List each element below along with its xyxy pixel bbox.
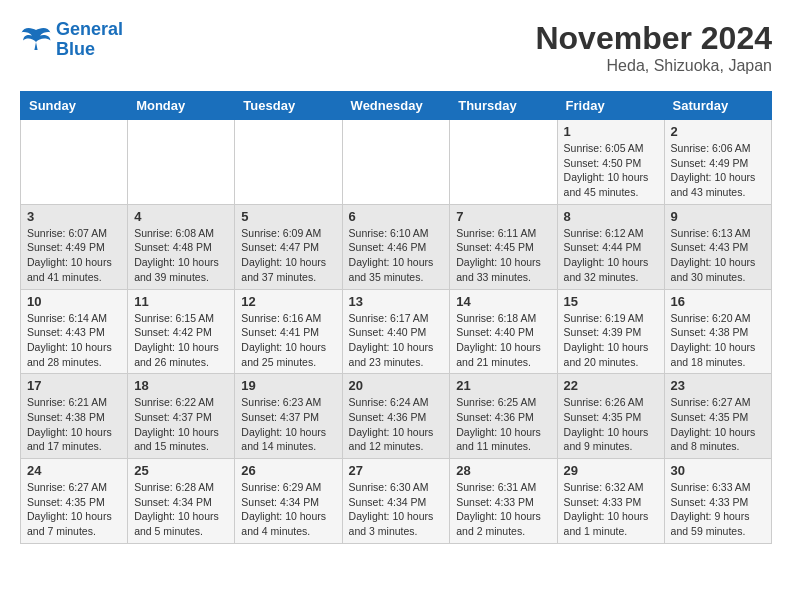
logo-line1: General bbox=[56, 20, 123, 40]
calendar-cell: 18Sunrise: 6:22 AM Sunset: 4:37 PM Dayli… bbox=[128, 374, 235, 459]
calendar-cell: 6Sunrise: 6:10 AM Sunset: 4:46 PM Daylig… bbox=[342, 204, 450, 289]
day-info: Sunrise: 6:32 AM Sunset: 4:33 PM Dayligh… bbox=[564, 480, 658, 539]
day-number: 5 bbox=[241, 209, 335, 224]
header-day-thursday: Thursday bbox=[450, 92, 557, 120]
day-info: Sunrise: 6:16 AM Sunset: 4:41 PM Dayligh… bbox=[241, 311, 335, 370]
day-number: 14 bbox=[456, 294, 550, 309]
day-number: 30 bbox=[671, 463, 765, 478]
calendar-cell: 30Sunrise: 6:33 AM Sunset: 4:33 PM Dayli… bbox=[664, 459, 771, 544]
calendar-cell: 7Sunrise: 6:11 AM Sunset: 4:45 PM Daylig… bbox=[450, 204, 557, 289]
calendar-cell: 29Sunrise: 6:32 AM Sunset: 4:33 PM Dayli… bbox=[557, 459, 664, 544]
day-info: Sunrise: 6:29 AM Sunset: 4:34 PM Dayligh… bbox=[241, 480, 335, 539]
day-info: Sunrise: 6:17 AM Sunset: 4:40 PM Dayligh… bbox=[349, 311, 444, 370]
calendar-cell: 19Sunrise: 6:23 AM Sunset: 4:37 PM Dayli… bbox=[235, 374, 342, 459]
calendar-cell: 28Sunrise: 6:31 AM Sunset: 4:33 PM Dayli… bbox=[450, 459, 557, 544]
day-info: Sunrise: 6:30 AM Sunset: 4:34 PM Dayligh… bbox=[349, 480, 444, 539]
calendar-cell: 10Sunrise: 6:14 AM Sunset: 4:43 PM Dayli… bbox=[21, 289, 128, 374]
day-info: Sunrise: 6:06 AM Sunset: 4:49 PM Dayligh… bbox=[671, 141, 765, 200]
calendar-cell: 13Sunrise: 6:17 AM Sunset: 4:40 PM Dayli… bbox=[342, 289, 450, 374]
day-info: Sunrise: 6:27 AM Sunset: 4:35 PM Dayligh… bbox=[671, 395, 765, 454]
week-row-3: 17Sunrise: 6:21 AM Sunset: 4:38 PM Dayli… bbox=[21, 374, 772, 459]
day-number: 15 bbox=[564, 294, 658, 309]
day-info: Sunrise: 6:28 AM Sunset: 4:34 PM Dayligh… bbox=[134, 480, 228, 539]
calendar-cell: 23Sunrise: 6:27 AM Sunset: 4:35 PM Dayli… bbox=[664, 374, 771, 459]
day-number: 22 bbox=[564, 378, 658, 393]
day-number: 21 bbox=[456, 378, 550, 393]
calendar-cell: 5Sunrise: 6:09 AM Sunset: 4:47 PM Daylig… bbox=[235, 204, 342, 289]
logo-icon bbox=[20, 26, 52, 54]
day-info: Sunrise: 6:13 AM Sunset: 4:43 PM Dayligh… bbox=[671, 226, 765, 285]
week-row-2: 10Sunrise: 6:14 AM Sunset: 4:43 PM Dayli… bbox=[21, 289, 772, 374]
logo-text: General Blue bbox=[56, 20, 123, 60]
day-number: 2 bbox=[671, 124, 765, 139]
calendar-cell: 24Sunrise: 6:27 AM Sunset: 4:35 PM Dayli… bbox=[21, 459, 128, 544]
page-header: General Blue November 2024 Heda, Shizuok… bbox=[20, 20, 772, 75]
calendar-cell bbox=[235, 120, 342, 205]
day-number: 9 bbox=[671, 209, 765, 224]
header-day-tuesday: Tuesday bbox=[235, 92, 342, 120]
day-number: 11 bbox=[134, 294, 228, 309]
calendar-cell bbox=[128, 120, 235, 205]
calendar-cell: 12Sunrise: 6:16 AM Sunset: 4:41 PM Dayli… bbox=[235, 289, 342, 374]
day-info: Sunrise: 6:07 AM Sunset: 4:49 PM Dayligh… bbox=[27, 226, 121, 285]
subtitle: Heda, Shizuoka, Japan bbox=[535, 57, 772, 75]
calendar-cell: 4Sunrise: 6:08 AM Sunset: 4:48 PM Daylig… bbox=[128, 204, 235, 289]
calendar-cell: 26Sunrise: 6:29 AM Sunset: 4:34 PM Dayli… bbox=[235, 459, 342, 544]
calendar-cell: 14Sunrise: 6:18 AM Sunset: 4:40 PM Dayli… bbox=[450, 289, 557, 374]
calendar-cell: 3Sunrise: 6:07 AM Sunset: 4:49 PM Daylig… bbox=[21, 204, 128, 289]
day-number: 18 bbox=[134, 378, 228, 393]
logo-line2: Blue bbox=[56, 40, 123, 60]
day-info: Sunrise: 6:18 AM Sunset: 4:40 PM Dayligh… bbox=[456, 311, 550, 370]
day-info: Sunrise: 6:27 AM Sunset: 4:35 PM Dayligh… bbox=[27, 480, 121, 539]
header-row: SundayMondayTuesdayWednesdayThursdayFrid… bbox=[21, 92, 772, 120]
day-number: 25 bbox=[134, 463, 228, 478]
calendar-cell: 17Sunrise: 6:21 AM Sunset: 4:38 PM Dayli… bbox=[21, 374, 128, 459]
calendar-cell: 11Sunrise: 6:15 AM Sunset: 4:42 PM Dayli… bbox=[128, 289, 235, 374]
day-number: 26 bbox=[241, 463, 335, 478]
calendar-cell: 15Sunrise: 6:19 AM Sunset: 4:39 PM Dayli… bbox=[557, 289, 664, 374]
day-number: 6 bbox=[349, 209, 444, 224]
calendar-cell: 9Sunrise: 6:13 AM Sunset: 4:43 PM Daylig… bbox=[664, 204, 771, 289]
day-info: Sunrise: 6:08 AM Sunset: 4:48 PM Dayligh… bbox=[134, 226, 228, 285]
day-number: 3 bbox=[27, 209, 121, 224]
day-info: Sunrise: 6:24 AM Sunset: 4:36 PM Dayligh… bbox=[349, 395, 444, 454]
day-info: Sunrise: 6:09 AM Sunset: 4:47 PM Dayligh… bbox=[241, 226, 335, 285]
day-number: 28 bbox=[456, 463, 550, 478]
day-info: Sunrise: 6:21 AM Sunset: 4:38 PM Dayligh… bbox=[27, 395, 121, 454]
calendar-cell bbox=[21, 120, 128, 205]
calendar-cell: 20Sunrise: 6:24 AM Sunset: 4:36 PM Dayli… bbox=[342, 374, 450, 459]
day-number: 17 bbox=[27, 378, 121, 393]
header-day-wednesday: Wednesday bbox=[342, 92, 450, 120]
header-day-saturday: Saturday bbox=[664, 92, 771, 120]
calendar-header: SundayMondayTuesdayWednesdayThursdayFrid… bbox=[21, 92, 772, 120]
day-info: Sunrise: 6:23 AM Sunset: 4:37 PM Dayligh… bbox=[241, 395, 335, 454]
day-info: Sunrise: 6:14 AM Sunset: 4:43 PM Dayligh… bbox=[27, 311, 121, 370]
day-info: Sunrise: 6:20 AM Sunset: 4:38 PM Dayligh… bbox=[671, 311, 765, 370]
day-number: 1 bbox=[564, 124, 658, 139]
day-info: Sunrise: 6:31 AM Sunset: 4:33 PM Dayligh… bbox=[456, 480, 550, 539]
day-number: 20 bbox=[349, 378, 444, 393]
calendar-cell: 8Sunrise: 6:12 AM Sunset: 4:44 PM Daylig… bbox=[557, 204, 664, 289]
day-number: 7 bbox=[456, 209, 550, 224]
day-number: 4 bbox=[134, 209, 228, 224]
day-number: 29 bbox=[564, 463, 658, 478]
header-day-friday: Friday bbox=[557, 92, 664, 120]
day-info: Sunrise: 6:10 AM Sunset: 4:46 PM Dayligh… bbox=[349, 226, 444, 285]
calendar-cell bbox=[450, 120, 557, 205]
calendar-cell: 27Sunrise: 6:30 AM Sunset: 4:34 PM Dayli… bbox=[342, 459, 450, 544]
calendar-cell: 1Sunrise: 6:05 AM Sunset: 4:50 PM Daylig… bbox=[557, 120, 664, 205]
calendar-body: 1Sunrise: 6:05 AM Sunset: 4:50 PM Daylig… bbox=[21, 120, 772, 544]
day-info: Sunrise: 6:26 AM Sunset: 4:35 PM Dayligh… bbox=[564, 395, 658, 454]
day-number: 23 bbox=[671, 378, 765, 393]
header-day-sunday: Sunday bbox=[21, 92, 128, 120]
week-row-0: 1Sunrise: 6:05 AM Sunset: 4:50 PM Daylig… bbox=[21, 120, 772, 205]
day-info: Sunrise: 6:05 AM Sunset: 4:50 PM Dayligh… bbox=[564, 141, 658, 200]
calendar-cell: 21Sunrise: 6:25 AM Sunset: 4:36 PM Dayli… bbox=[450, 374, 557, 459]
calendar-cell: 25Sunrise: 6:28 AM Sunset: 4:34 PM Dayli… bbox=[128, 459, 235, 544]
calendar-cell: 16Sunrise: 6:20 AM Sunset: 4:38 PM Dayli… bbox=[664, 289, 771, 374]
day-number: 27 bbox=[349, 463, 444, 478]
day-number: 16 bbox=[671, 294, 765, 309]
day-info: Sunrise: 6:11 AM Sunset: 4:45 PM Dayligh… bbox=[456, 226, 550, 285]
header-day-monday: Monday bbox=[128, 92, 235, 120]
day-number: 8 bbox=[564, 209, 658, 224]
